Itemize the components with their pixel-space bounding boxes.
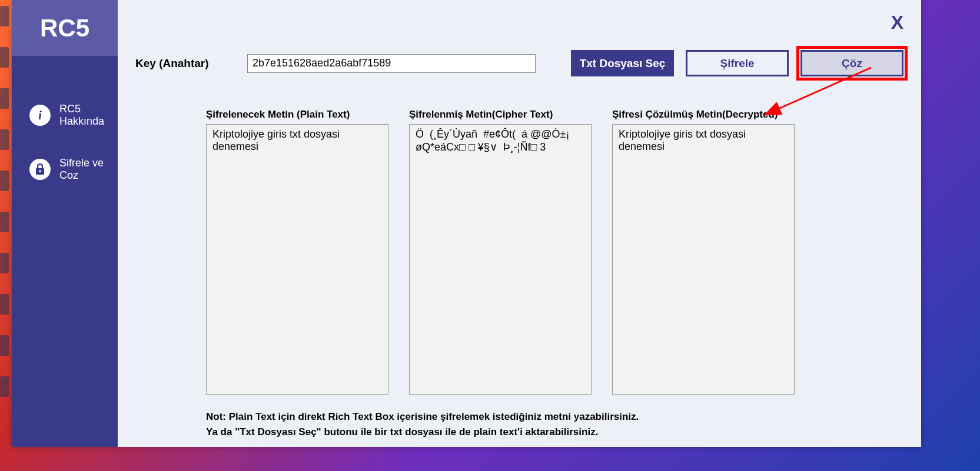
decrypted-text-label: Şifresi Çözülmüş Metin(Decrypted) [612, 109, 795, 121]
key-label: Key (Anahtar) [135, 57, 230, 70]
note-text: Not: Plain Text için direkt Rich Text Bo… [206, 409, 903, 439]
app-window: RC5 i RC5 Hakkında Sifrele ve Coz [12, 0, 921, 447]
sidebar-item-label: Sifrele ve Coz [59, 157, 118, 182]
desktop-icon [0, 253, 9, 273]
sidebar: RC5 i RC5 Hakkında Sifrele ve Coz [12, 0, 118, 447]
desktop-icon [0, 47, 9, 68]
desktop-icon-strip [0, 0, 12, 471]
plain-text-label: Şifrelenecek Metin (Plain Text) [206, 109, 388, 121]
sidebar-item-label: RC5 Hakkında [59, 103, 118, 128]
plain-text-input[interactable] [206, 124, 388, 395]
select-txt-button[interactable]: Txt Dosyası Seç [571, 50, 674, 76]
main-content: X Key (Anahtar) Txt Dosyası Seç Şifrele … [118, 0, 921, 447]
desktop-icon [0, 129, 9, 150]
sidebar-item-about[interactable]: i RC5 Hakkında [29, 103, 118, 128]
cipher-text-output[interactable] [409, 124, 592, 395]
desktop-icon [0, 212, 9, 232]
desktop-icon [0, 335, 9, 356]
button-row: Txt Dosyası Seç Şifrele Çöz [571, 50, 903, 76]
decrypted-text-panel: Şifresi Çözülmüş Metin(Decrypted) [612, 109, 795, 395]
decrypt-button[interactable]: Çöz [800, 50, 903, 76]
decrypt-button-label: Çöz [842, 57, 862, 70]
lock-icon [29, 159, 51, 180]
cipher-text-panel: Şifrelenmiş Metin(Cipher Text) [409, 109, 592, 395]
encrypt-button[interactable]: Şifrele [686, 50, 789, 76]
desktop-icon [0, 88, 9, 109]
sidebar-header: RC5 [12, 0, 118, 56]
note-line-1: Not: Plain Text için direkt Rich Text Bo… [206, 409, 903, 425]
app-title: RC5 [40, 14, 89, 42]
text-panels: Şifrelenecek Metin (Plain Text) Şifrelen… [206, 109, 903, 395]
desktop-icon [0, 171, 9, 191]
key-input[interactable] [247, 54, 536, 73]
desktop-icon [0, 6, 9, 26]
desktop-icon [0, 376, 9, 397]
info-icon: i [29, 105, 51, 126]
cipher-text-label: Şifrelenmiş Metin(Cipher Text) [409, 109, 592, 121]
note-line-2: Ya da "Txt Dosyası Seç" butonu ile bir t… [206, 425, 903, 440]
sidebar-menu: i RC5 Hakkında Sifrele ve Coz [12, 56, 118, 182]
sidebar-item-encrypt-decrypt[interactable]: Sifrele ve Coz [29, 157, 118, 182]
svg-point-1 [39, 170, 41, 172]
desktop-icon [0, 294, 9, 315]
plain-text-panel: Şifrelenecek Metin (Plain Text) [206, 109, 388, 395]
close-button[interactable]: X [891, 12, 903, 34]
decrypted-text-output[interactable] [612, 124, 795, 395]
key-row: Key (Anahtar) Txt Dosyası Seç Şifrele Çö… [135, 50, 903, 76]
